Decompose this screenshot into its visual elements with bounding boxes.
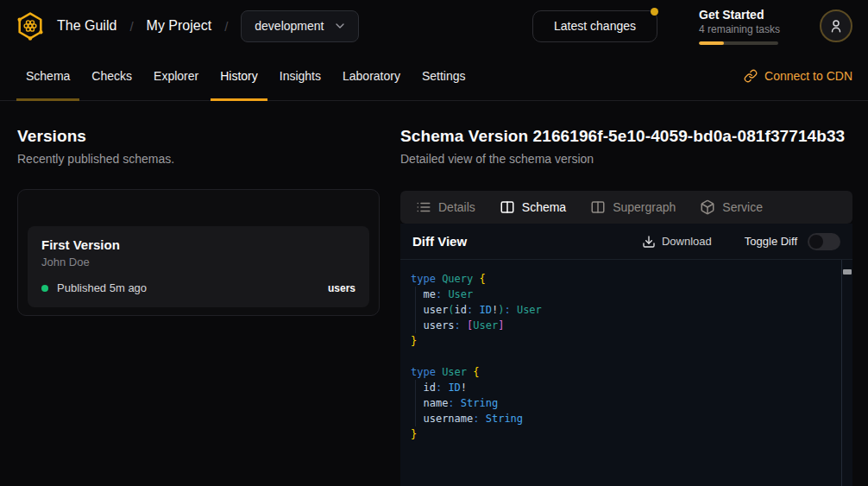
tab-schema[interactable]: Schema: [487, 191, 578, 224]
schema-version-subtitle: Detailed view of the schema version: [400, 152, 852, 166]
versions-title: Versions: [17, 127, 380, 146]
toggle-diff-switch[interactable]: [808, 233, 840, 250]
hive-logo-icon[interactable]: [16, 11, 45, 41]
chevron-down-icon: [333, 19, 347, 33]
code-block: type Query { me: User user(id: ID!): Use…: [400, 260, 852, 442]
schema-version-title: Schema Version 2166196f-5e10-4059-bd0a-0…: [400, 127, 852, 146]
list-icon: [416, 199, 431, 215]
breadcrumb-separator: /: [224, 19, 228, 34]
progress-fill: [699, 41, 724, 45]
code-viewer[interactable]: type Query { me: User user(id: ID!): Use…: [400, 260, 852, 486]
top-bar: The Guild / My Project / development Lat…: [0, 0, 868, 52]
diff-view-title: Diff View: [412, 234, 467, 249]
version-list-item[interactable]: First Version John Doe Published 5m ago …: [28, 226, 369, 307]
versions-panel: Versions Recently published schemas. Fir…: [17, 127, 380, 486]
avatar[interactable]: [820, 9, 852, 42]
vertical-scrollbar[interactable]: [841, 260, 852, 486]
toggle-diff-label: Toggle Diff: [745, 235, 797, 248]
target-selector[interactable]: development: [241, 10, 359, 42]
version-meta-row: Published 5m ago users: [41, 281, 355, 294]
scrollbar-thumb[interactable]: [843, 269, 852, 275]
nav-tab-schema[interactable]: Schema: [16, 52, 79, 100]
link-icon: [744, 69, 758, 83]
main-content: Versions Recently published schemas. Fir…: [0, 101, 868, 486]
detail-tab-list: Details Schema Supergraph Service: [400, 191, 852, 224]
versions-card: First Version John Doe Published 5m ago …: [17, 189, 380, 316]
schema-version-panel: Schema Version 2166196f-5e10-4059-bd0a-0…: [400, 127, 852, 486]
nav-tab-explorer[interactable]: Explorer: [144, 52, 208, 100]
main-nav: Schema Checks Explorer History Insights …: [0, 52, 868, 101]
top-bar-right: Latest changes Get Started 4 remaining t…: [532, 8, 852, 45]
diff-controls: Download Toggle Diff: [642, 233, 840, 250]
nav-tab-laboratory[interactable]: Laboratory: [333, 52, 410, 100]
nav-tab-checks[interactable]: Checks: [82, 52, 142, 100]
columns-icon: [590, 199, 606, 215]
tab-details[interactable]: Details: [404, 191, 487, 224]
version-author: John Doe: [41, 256, 355, 268]
nav-tab-list: Schema Checks Explorer History Insights …: [16, 52, 475, 100]
tab-supergraph[interactable]: Supergraph: [578, 191, 688, 224]
versions-subtitle: Recently published schemas.: [17, 152, 380, 166]
get-started-progress: [699, 41, 778, 45]
version-status: Published 5m ago: [57, 281, 147, 294]
cube-icon: [700, 199, 715, 215]
breadcrumb-separator: /: [129, 19, 133, 34]
version-service-badge: users: [328, 282, 355, 294]
breadcrumb-org[interactable]: The Guild: [57, 18, 116, 34]
get-started-widget[interactable]: Get Started 4 remaining tasks: [699, 8, 778, 45]
nav-tab-history[interactable]: History: [211, 52, 267, 100]
download-icon: [642, 235, 656, 249]
get-started-subtitle: 4 remaining tasks: [699, 23, 778, 35]
diff-panel: Diff View Download Toggle Diff: [400, 224, 852, 486]
version-name: First Version: [41, 237, 355, 252]
tab-service[interactable]: Service: [688, 191, 775, 224]
nav-tab-settings[interactable]: Settings: [412, 52, 475, 100]
breadcrumb-project[interactable]: My Project: [147, 18, 212, 34]
user-icon: [828, 18, 844, 34]
columns-icon: [500, 199, 515, 215]
switch-knob: [809, 235, 823, 249]
target-selector-value: development: [255, 19, 324, 33]
nav-tab-insights[interactable]: Insights: [270, 52, 330, 100]
download-button[interactable]: Download: [642, 235, 712, 249]
latest-changes-button[interactable]: Latest changes: [532, 10, 657, 42]
published-status-dot: [41, 285, 48, 292]
get-started-title: Get Started: [699, 8, 778, 22]
diff-header: Diff View Download Toggle Diff: [400, 224, 852, 260]
connect-to-cdn-link[interactable]: Connect to CDN: [744, 69, 852, 83]
notification-dot: [651, 8, 658, 16]
